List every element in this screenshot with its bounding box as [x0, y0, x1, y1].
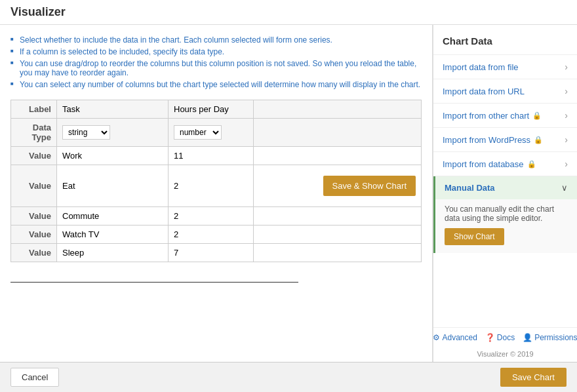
import-database-label: Import from database 🔒 [443, 159, 536, 169]
lock-icon: 🔒 [527, 160, 536, 168]
table-row: Value [11, 147, 422, 165]
save-show-button[interactable]: Save & Show Chart [323, 176, 416, 196]
right-footer: ⚙ Advanced ❓ Docs 👤 Permissions [433, 327, 577, 347]
copyright: Visualizer © 2019 [433, 347, 577, 362]
page-title: Visualizer [10, 5, 66, 19]
docs-link[interactable]: ❓ Docs [485, 333, 515, 342]
info-item-3: You can use drag/drop to reorder the col… [10, 58, 422, 79]
row3-col2-input[interactable] [174, 211, 248, 221]
manual-data-section: Manual Data ∨ You can manually edit the … [433, 176, 577, 253]
chevron-right-icon: › [565, 110, 568, 121]
sidebar-item-import-wordpress[interactable]: Import from WordPress 🔒 › [433, 128, 577, 152]
permissions-link[interactable]: 👤 Permissions [523, 333, 577, 342]
datatype-col1: string number boolean [57, 119, 169, 147]
header-hours [169, 100, 254, 119]
lock-icon: 🔒 [534, 136, 543, 144]
save-chart-button[interactable]: Save Chart [500, 368, 567, 387]
row5-col1-input[interactable] [62, 248, 163, 258]
header-label-col: Label [11, 100, 57, 119]
show-chart-button[interactable]: Show Chart [445, 228, 504, 245]
chevron-down-icon: ∨ [561, 183, 568, 193]
manual-data-label: Manual Data [445, 183, 495, 193]
chevron-right-icon: › [565, 159, 568, 169]
info-item-2: If a column is selected to be included, … [10, 46, 422, 58]
table-row: Value [11, 225, 422, 244]
sidebar-item-import-url[interactable]: Import data from URL › [433, 79, 577, 104]
left-panel: Select whether to include the data in th… [0, 25, 433, 362]
cancel-button[interactable]: Cancel [10, 368, 59, 387]
hours-column-header-input[interactable] [174, 104, 248, 114]
row4-col1-input[interactable] [62, 229, 163, 239]
table-row: Value Save & Show Chart [11, 165, 422, 207]
row3-col1-input[interactable] [62, 211, 163, 221]
sidebar-item-import-chart[interactable]: Import from other chart 🔒 › [433, 104, 577, 128]
chevron-right-icon: › [565, 62, 568, 72]
row2-col2-input[interactable] [174, 181, 248, 191]
row4-col2-input[interactable] [174, 229, 248, 239]
datatype-col2: number string boolean [169, 119, 254, 147]
info-list: Select whether to include the data in th… [10, 34, 422, 90]
chevron-right-icon: › [565, 86, 568, 96]
row1-col1-input[interactable] [62, 151, 163, 161]
table-row: Value [11, 207, 422, 225]
manual-data-toggle[interactable]: Manual Data ∨ [435, 176, 577, 199]
advanced-icon: ⚙ [433, 333, 440, 342]
chart-data-header: Chart Data [433, 25, 577, 55]
import-file-label: Import data from file [443, 62, 519, 72]
import-url-label: Import data from URL [443, 87, 525, 96]
datatype-label: Data Type [11, 119, 57, 147]
task-column-header-input[interactable] [62, 104, 163, 114]
advanced-link[interactable]: ⚙ Advanced [433, 333, 477, 342]
divider [10, 282, 298, 283]
info-item-4: You can select any number of columns but… [10, 79, 422, 90]
permissions-icon: 👤 [523, 333, 532, 342]
right-panel: Chart Data Import data from file › Impor… [433, 25, 577, 362]
chevron-right-icon: › [565, 134, 568, 145]
sidebar-menu: Import data from file › Import data from… [433, 55, 577, 327]
col1-type-select[interactable]: string number boolean [62, 125, 110, 140]
docs-icon: ❓ [485, 333, 495, 342]
import-chart-label: Import from other chart 🔒 [443, 111, 542, 121]
import-wordpress-label: Import from WordPress 🔒 [443, 135, 543, 145]
manual-data-description: You can manually edit the chart data usi… [445, 205, 554, 223]
col2-type-select[interactable]: number string boolean [174, 125, 222, 140]
table-row: Value [11, 244, 422, 262]
right-panel-footer-area: ⚙ Advanced ❓ Docs 👤 Permissions Visualiz… [433, 327, 577, 362]
sidebar-item-import-database[interactable]: Import from database 🔒 › [433, 152, 577, 176]
header-task [57, 100, 169, 119]
top-bar: Visualizer [0, 0, 577, 25]
bottom-bar: Cancel Save Chart [0, 362, 577, 392]
data-table: Label Data Type string [10, 100, 422, 262]
manual-data-body: You can manually edit the chart data usi… [435, 199, 577, 253]
sidebar-item-import-file[interactable]: Import data from file › [433, 55, 577, 79]
row2-col1-input[interactable] [62, 181, 163, 191]
row1-col2-input[interactable] [174, 151, 248, 161]
lock-icon: 🔒 [532, 111, 542, 120]
info-item-1: Select whether to include the data in th… [10, 34, 422, 46]
row5-col2-input[interactable] [174, 248, 248, 258]
